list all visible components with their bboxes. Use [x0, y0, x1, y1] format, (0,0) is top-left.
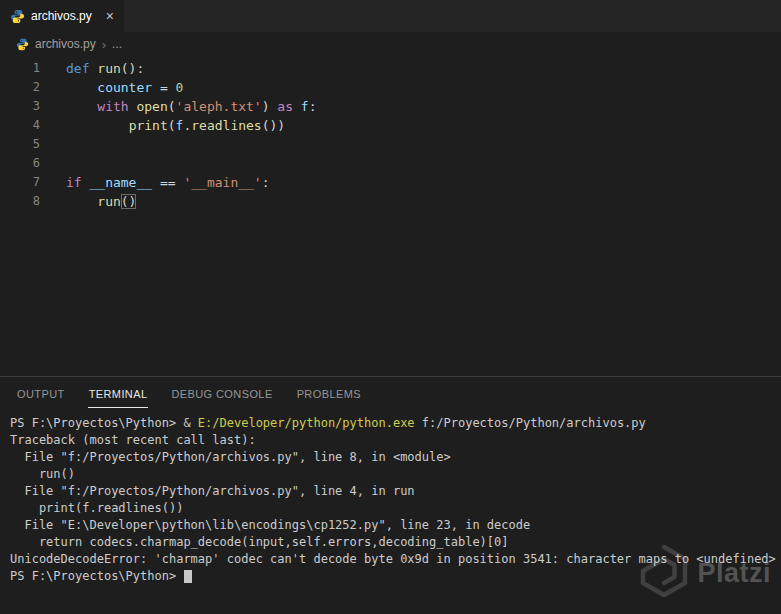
- bottom-panel: OUTPUTTERMINALDEBUG CONSOLEPROBLEMS PS F…: [0, 376, 781, 614]
- tab-archivos-py[interactable]: archivos.py ×: [0, 0, 124, 32]
- code-text: counter = 0: [66, 78, 183, 97]
- code-text: print(f.readlines()): [66, 116, 285, 135]
- terminal-line: print(f.readlines()): [10, 500, 781, 517]
- line-number: 6: [0, 154, 40, 173]
- terminal-line: File "f:/Proyectos/Python/archivos.py", …: [10, 449, 781, 466]
- line-number: 5: [0, 135, 40, 154]
- line-number: 4: [0, 116, 40, 135]
- code-line[interactable]: 1def run():: [0, 59, 781, 78]
- line-number: 2: [0, 78, 40, 97]
- panel-tabs: OUTPUTTERMINALDEBUG CONSOLEPROBLEMS: [0, 377, 781, 409]
- breadcrumb-more[interactable]: ...: [112, 37, 122, 51]
- terminal-line: Traceback (most recent call last):: [10, 432, 781, 449]
- tab-label: archivos.py: [31, 9, 92, 23]
- python-file-icon: [16, 38, 29, 51]
- code-text: def run():: [66, 59, 144, 78]
- python-file-icon: [10, 9, 25, 24]
- terminal-line: run(): [10, 466, 781, 483]
- terminal-line: File "f:/Proyectos/Python/archivos.py", …: [10, 483, 781, 500]
- line-number: 1: [0, 59, 40, 78]
- line-number: 3: [0, 97, 40, 116]
- code-line[interactable]: 5: [0, 135, 781, 154]
- breadcrumb-separator-icon: ›: [102, 37, 106, 52]
- code-text: run(): [66, 192, 136, 211]
- code-line[interactable]: 6: [0, 154, 781, 173]
- code-line[interactable]: 2 counter = 0: [0, 78, 781, 97]
- line-number: 8: [0, 192, 40, 211]
- terminal-output[interactable]: PS F:\Proyectos\Python> & E:/Developer/p…: [0, 409, 781, 585]
- line-number: 7: [0, 173, 40, 192]
- vscode-window: archivos.py × archivos.py › ... 1def run…: [0, 0, 781, 614]
- panel-tab-output[interactable]: OUTPUT: [16, 379, 66, 407]
- panel-tab-debug-console[interactable]: DEBUG CONSOLE: [170, 379, 273, 407]
- terminal-line: File "E:\Developer\python\lib\encodings\…: [10, 517, 781, 534]
- breadcrumb-file[interactable]: archivos.py: [35, 37, 96, 51]
- breadcrumb[interactable]: archivos.py › ...: [0, 32, 781, 56]
- terminal-line: PS F:\Proyectos\Python> & E:/Developer/p…: [10, 415, 781, 432]
- editor-tab-bar: archivos.py ×: [0, 0, 781, 32]
- terminal-line: return codecs.charmap_decode(input,self.…: [10, 534, 781, 551]
- terminal-line: PS F:\Proyectos\Python>: [10, 568, 781, 585]
- code-line[interactable]: 8 run(): [0, 192, 781, 211]
- terminal-line: UnicodeDecodeError: 'charmap' codec can'…: [10, 551, 781, 568]
- code-lines: 1def run():2 counter = 03 with open('ale…: [0, 59, 781, 211]
- code-editor[interactable]: 1def run():2 counter = 03 with open('ale…: [0, 56, 781, 376]
- code-text: if __name__ == '__main__':: [66, 173, 270, 192]
- close-tab-icon[interactable]: ×: [106, 9, 114, 23]
- panel-tab-problems[interactable]: PROBLEMS: [296, 379, 362, 407]
- code-text: with open('aleph.txt') as f:: [66, 97, 316, 116]
- code-line[interactable]: 4 print(f.readlines()): [0, 116, 781, 135]
- code-line[interactable]: 7if __name__ == '__main__':: [0, 173, 781, 192]
- panel-tab-terminal[interactable]: TERMINAL: [88, 379, 149, 408]
- terminal-cursor: [184, 570, 192, 583]
- code-line[interactable]: 3 with open('aleph.txt') as f:: [0, 97, 781, 116]
